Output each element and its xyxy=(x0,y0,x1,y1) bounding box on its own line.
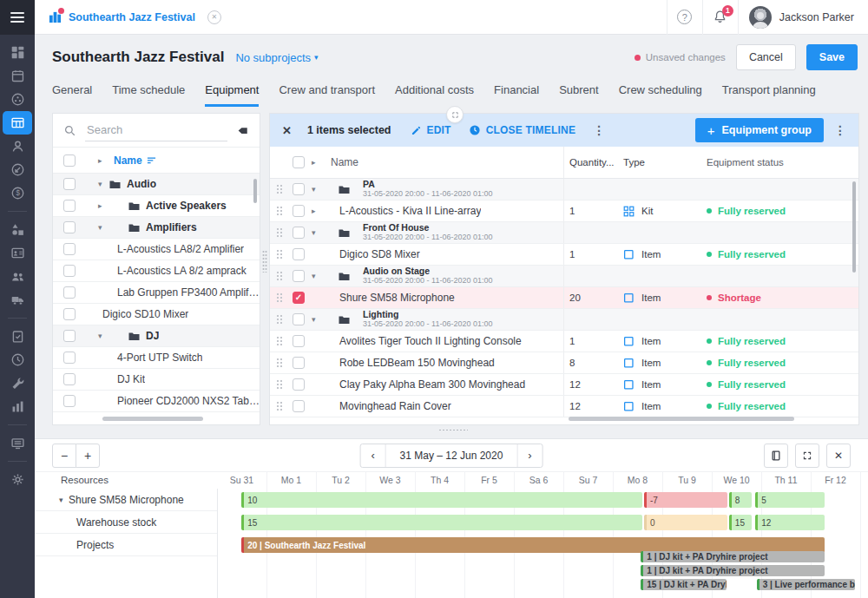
sidebar-item-equipment[interactable] xyxy=(3,218,32,241)
drag-handle[interactable] xyxy=(276,227,282,239)
chevron-down-icon[interactable]: ▾ xyxy=(312,228,322,237)
equipment-item-row[interactable]: Avolites Tiger Touch II Lighting Console… xyxy=(270,331,858,352)
chevron-right-icon[interactable]: ▸ xyxy=(98,201,108,210)
chevron-down-icon[interactable]: ▾ xyxy=(98,332,108,340)
timeline-bar[interactable]: 0 xyxy=(644,515,727,530)
sidebar-item-subrent[interactable] xyxy=(3,158,32,181)
save-button[interactable]: Save xyxy=(806,44,858,70)
chevron-down-icon[interactable]: ▾ xyxy=(59,496,69,504)
tree-item-row[interactable]: L-Acoustics LA8/2 Amplifier xyxy=(53,239,260,260)
column-header-quantity[interactable]: Quantity... xyxy=(563,147,621,178)
timeline-bar[interactable]: -7 xyxy=(644,492,727,508)
chevron-down-icon[interactable]: ▾ xyxy=(312,272,322,280)
sidebar-item-crew-card[interactable] xyxy=(3,241,32,265)
timeline-bar[interactable]: 15 | DJ kit + PA Dryhire proj xyxy=(641,579,727,590)
sidebar-item-transport[interactable] xyxy=(3,288,32,312)
equipment-group-row[interactable]: ▾PA31-05-2020 20:00 - 11-06-2020 01:00 xyxy=(270,179,858,200)
project-tab[interactable]: Southearth Jazz Festival ✕ xyxy=(35,0,235,34)
sidebar-item-tasks[interactable] xyxy=(3,325,32,348)
row-checkbox[interactable] xyxy=(63,308,76,320)
equipment-group-row[interactable]: ▾Lighting31-05-2020 20:00 - 11-06-2020 0… xyxy=(270,309,858,331)
tab-subrent[interactable]: Subrent xyxy=(559,83,599,107)
sidebar-item-calendar[interactable] xyxy=(3,64,32,88)
tree-horizontal-scrollbar[interactable] xyxy=(102,417,203,421)
timeline-resource-label[interactable]: Warehouse stock xyxy=(35,511,217,534)
tree-item-row[interactable]: DJ Kit xyxy=(53,369,260,391)
timeline-bar[interactable]: 15 xyxy=(241,515,642,530)
drag-handle[interactable] xyxy=(276,249,282,260)
row-checkbox[interactable] xyxy=(63,221,76,233)
equipment-group-row[interactable]: ▾Audio on Stage31-05-2020 20:00 - 11-06-… xyxy=(270,266,858,287)
tree-column-header[interactable]: Name xyxy=(114,154,142,167)
select-all-checkbox[interactable] xyxy=(63,154,76,167)
equipment-item-row[interactable]: Clay Paky Alpha Beam 300 Movinghead12Ite… xyxy=(270,374,858,396)
row-checkbox[interactable] xyxy=(63,330,76,342)
tree-folder-row[interactable]: ▾DJ xyxy=(53,325,260,347)
sidebar-item-dashboard[interactable] xyxy=(3,41,32,64)
more-actions-icon[interactable]: ⋮ xyxy=(593,123,605,137)
panel-expand-handle[interactable] xyxy=(446,106,464,123)
tree-item-row[interactable]: Lab Gruppen FP3400 Amplifier xyxy=(53,282,260,304)
row-checkbox[interactable] xyxy=(293,227,305,239)
tab-financial[interactable]: Financial xyxy=(494,83,539,107)
row-checkbox[interactable] xyxy=(293,357,305,369)
tree-item-row[interactable]: Digico SD10 Mixer xyxy=(53,304,260,325)
edit-button[interactable]: EDIT xyxy=(411,124,451,136)
select-all-checkbox[interactable] xyxy=(293,156,305,168)
tab-crew-and-transport[interactable]: Crew and transport xyxy=(279,83,375,107)
chevron-right-icon[interactable]: ▸ xyxy=(98,156,108,165)
drag-handle[interactable] xyxy=(276,336,282,347)
sidebar-item-contacts[interactable] xyxy=(3,88,32,111)
timeline-bar[interactable]: 1 | DJ kit + PA Dryhire project xyxy=(641,565,825,576)
timeline-bar[interactable]: 12 xyxy=(755,515,825,530)
tree-vertical-scrollbar[interactable] xyxy=(253,179,257,203)
drag-handle[interactable] xyxy=(276,401,282,412)
date-range-label[interactable]: 31 May – 12 Jun 2020 xyxy=(385,444,518,467)
tab-time-schedule[interactable]: Time schedule xyxy=(112,83,185,107)
tab-transport-planning[interactable]: Transport planning xyxy=(722,83,816,107)
row-checkbox[interactable] xyxy=(293,248,305,260)
row-checkbox[interactable] xyxy=(293,313,305,325)
chevron-right-icon[interactable]: ▸ xyxy=(312,158,322,167)
drag-handle[interactable] xyxy=(276,358,282,369)
timeline-bar[interactable]: 1 | DJ kit + PA Dryhire project xyxy=(641,551,825,562)
table-menu-icon[interactable]: ⋮ xyxy=(834,123,846,137)
add-equipment-group-button[interactable]: + Equipment group xyxy=(695,118,824,142)
timeline-bar[interactable]: 5 xyxy=(755,492,825,508)
subprojects-dropdown[interactable]: No subprojects ▾ xyxy=(235,51,318,64)
tab-equipment[interactable]: Equipment xyxy=(205,83,259,107)
tree-item-row[interactable]: Pioneer CDJ2000 NXS2 Tabletop CD... xyxy=(53,391,260,412)
zoom-out-button[interactable]: − xyxy=(52,444,76,468)
sidebar-item-warehouse[interactable] xyxy=(3,431,32,455)
equipment-item-row[interactable]: Robe LEDBeam 150 Movinghead8ItemFully re… xyxy=(270,352,858,374)
drag-handle[interactable] xyxy=(276,292,282,304)
cancel-button[interactable]: Cancel xyxy=(736,44,796,70)
hamburger-menu-icon[interactable] xyxy=(0,0,35,35)
column-header-name[interactable]: Name xyxy=(329,156,563,168)
timeline-resource-label[interactable]: ▾Shure SM58 Microphone xyxy=(35,489,217,511)
tree-folder-row[interactable]: ▾Amplifiers xyxy=(53,217,260,239)
bookings-view-button[interactable] xyxy=(764,444,788,468)
table-vertical-scrollbar[interactable] xyxy=(852,181,856,273)
equipment-item-row[interactable]: Digico SD8 Mixer1ItemFully reserved xyxy=(270,244,858,266)
timeline-resource-label[interactable]: Projects xyxy=(35,534,217,556)
sidebar-item-repair[interactable] xyxy=(3,371,32,395)
notifications-button[interactable]: 1 xyxy=(703,0,738,34)
row-checkbox[interactable] xyxy=(63,200,76,212)
timeline-bar[interactable]: 3 | Live performance band Soul xyxy=(757,579,855,590)
row-checkbox[interactable] xyxy=(63,243,76,255)
tag-icon[interactable] xyxy=(236,124,249,137)
equipment-item-row[interactable]: ✓Shure SM58 Microphone20ItemShortage xyxy=(270,287,858,309)
tab-additional-costs[interactable]: Additional costs xyxy=(395,83,474,107)
chevron-down-icon[interactable]: ▾ xyxy=(312,185,322,194)
close-timeline-button[interactable]: CLOSE TIMELINE xyxy=(469,124,575,136)
row-checkbox[interactable] xyxy=(293,205,305,217)
sort-icon[interactable] xyxy=(147,155,156,165)
table-horizontal-scrollbar[interactable] xyxy=(569,417,794,421)
sidebar-item-projects[interactable] xyxy=(3,111,32,135)
row-checkbox[interactable] xyxy=(63,395,76,407)
equipment-item-row[interactable]: Movinghead Rain Cover12ItemFully reserve… xyxy=(270,396,858,417)
next-period-button[interactable]: › xyxy=(517,444,542,467)
row-checkbox[interactable] xyxy=(63,265,76,277)
sidebar-item-time[interactable] xyxy=(3,348,32,371)
